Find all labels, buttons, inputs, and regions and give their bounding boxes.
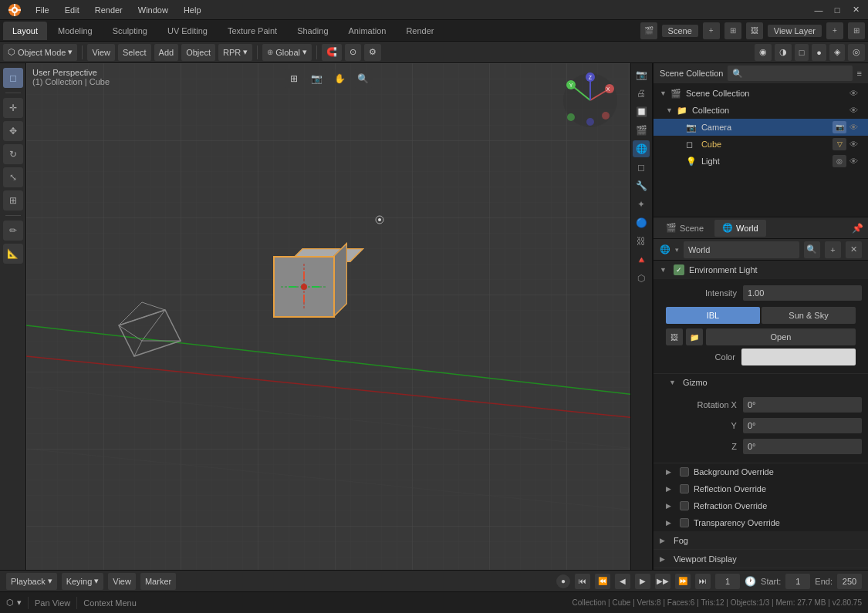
props-output-icon[interactable]: 🖨 [633, 85, 650, 102]
scene-new-btn[interactable]: + [703, 22, 720, 39]
props-data-icon[interactable]: 🔺 [633, 251, 650, 268]
props-material-icon[interactable]: ⬡ [633, 270, 650, 287]
menu-edit[interactable]: Edit [62, 4, 83, 16]
tab-sculpting[interactable]: Sculpting [103, 22, 157, 40]
refl-override-check[interactable] [680, 484, 689, 493]
intensity-value[interactable]: 1.00 [743, 285, 862, 301]
viewport-wire[interactable]: □ [795, 44, 809, 61]
tools-btn[interactable]: ⚙ [364, 44, 381, 61]
prev-keyframe-btn[interactable]: ⏪ [595, 574, 610, 589]
rotation-x-value[interactable]: 0° [743, 397, 862, 413]
start-frame[interactable]: 1 [785, 574, 810, 589]
tool-move[interactable]: ✥ [3, 121, 23, 141]
refr-override-check[interactable] [680, 501, 689, 510]
fog-section[interactable]: ▶ Fog [654, 531, 868, 550]
tool-select[interactable]: ◻ [3, 68, 23, 88]
jump-end-btn[interactable]: ⏭ [695, 574, 711, 589]
background-override-row[interactable]: ▶ Background Override [654, 463, 868, 480]
tab-scene[interactable]: 🎬 Scene [658, 220, 711, 237]
viewport-material[interactable]: ◈ [829, 44, 845, 61]
viewport-solid[interactable]: ● [812, 44, 826, 61]
camera-eye[interactable]: 👁 [849, 123, 862, 132]
outliner-light[interactable]: 💡 Light ◎ 👁 [654, 153, 868, 170]
props-object-icon[interactable]: ◻ [633, 159, 650, 176]
viewport-3d[interactable]: User Perspective (1) Collection | Cube ⊞… [26, 63, 630, 591]
props-world-icon[interactable]: 🌐 [633, 140, 650, 157]
outliner-cube[interactable]: ◻ Cube ▽ 👁 [654, 136, 868, 153]
rotation-y-value[interactable]: 0° [743, 418, 862, 433]
reflection-override-row[interactable]: ▶ Reflection Override [654, 480, 868, 497]
open-file-btn[interactable]: Open [706, 328, 856, 345]
blender-logo[interactable] [6, 2, 23, 19]
refraction-override-row[interactable]: ▶ Refraction Override [654, 497, 868, 514]
tool-annotate[interactable]: ✏ [3, 221, 23, 241]
next-keyframe-btn[interactable]: ⏩ [675, 574, 691, 589]
tab-texture-paint[interactable]: Texture Paint [218, 22, 286, 40]
env-light-header[interactable]: ▼ ✓ Environment Light [654, 261, 868, 279]
rpr-menu[interactable]: RPR ▾ [218, 44, 252, 61]
world-close-btn[interactable]: ✕ [846, 241, 862, 258]
tool-transform[interactable]: ⊞ [3, 190, 23, 211]
rotation-z-value[interactable]: 0° [743, 439, 862, 454]
maximize-btn[interactable]: □ [831, 4, 843, 16]
outliner-camera[interactable]: 📷 Camera 📷 👁 [654, 119, 868, 136]
tab-world[interactable]: 🌐 World [714, 220, 766, 237]
outliner-collection[interactable]: ▼ 📁 Collection 👁 [654, 102, 868, 119]
color-swatch[interactable] [741, 349, 856, 365]
open-icon-btn-1[interactable]: 🖼 [666, 328, 683, 345]
props-scene-icon[interactable]: 🎬 [633, 122, 650, 139]
tool-measure[interactable]: 📐 [3, 244, 23, 264]
outliner-search[interactable] [728, 66, 852, 81]
viewport-zoom-btn[interactable]: 🔍 [354, 69, 373, 88]
timeline-view-menu[interactable]: View [108, 573, 136, 590]
world-name-input[interactable] [684, 241, 799, 258]
transparency-override-row[interactable]: ▶ Transparency Override [654, 514, 868, 531]
tab-animation[interactable]: Animation [339, 22, 396, 40]
collection-eye[interactable]: 👁 [849, 106, 862, 115]
props-render-icon[interactable]: 📷 [633, 66, 650, 83]
tool-rotate[interactable]: ↻ [3, 144, 23, 164]
ibl-btn[interactable]: IBL [666, 307, 760, 324]
mode-selector[interactable]: ⬡ Object Mode ▾ [3, 44, 77, 61]
select-menu[interactable]: Select [118, 44, 151, 61]
tab-layout[interactable]: Layout [3, 22, 47, 40]
viewport-render[interactable]: ◎ [848, 44, 865, 61]
object-menu[interactable]: Object [181, 44, 215, 61]
viewport-display-section[interactable]: ▶ Viewport Display [654, 550, 868, 568]
view-menu[interactable]: View [87, 44, 115, 61]
end-frame[interactable]: 250 [837, 574, 862, 589]
trans-override-check[interactable] [680, 518, 689, 527]
scene-collection-eye[interactable]: 👁 [849, 89, 862, 98]
sun-sky-btn[interactable]: Sun & Sky [762, 307, 856, 324]
close-btn[interactable]: ✕ [849, 4, 862, 16]
jump-start-btn[interactable]: ⏮ [575, 574, 590, 589]
prev-frame-btn[interactable]: ◀ [615, 574, 630, 589]
menu-file[interactable]: File [32, 4, 52, 16]
tab-render[interactable]: Render [397, 22, 443, 40]
open-icon-btn-2[interactable]: 📁 [686, 328, 703, 345]
props-particles-icon[interactable]: ✦ [633, 196, 650, 213]
current-frame[interactable]: 1 [715, 574, 740, 589]
viewport-pan-btn[interactable]: ✋ [331, 69, 350, 88]
light-eye[interactable]: 👁 [849, 157, 862, 166]
transform-btn[interactable]: ⊕ Global ▾ [262, 44, 312, 61]
props-physics-icon[interactable]: 🔵 [633, 214, 650, 231]
props-constraints-icon[interactable]: ⛓ [633, 233, 650, 250]
world-new-btn[interactable]: + [825, 241, 841, 258]
menu-help[interactable]: Help [181, 4, 204, 16]
tool-cursor[interactable]: ✛ [3, 98, 23, 118]
props-scroll[interactable]: ▼ ✓ Environment Light Intensity 1.00 [654, 261, 868, 591]
viewport-grid-btn[interactable]: ⊞ [285, 69, 303, 88]
world-browse-btn[interactable]: 🔍 [804, 241, 820, 258]
minimize-btn[interactable]: — [812, 4, 825, 16]
env-light-check[interactable]: ✓ [674, 264, 684, 275]
viewlayer-menu-btn[interactable]: ⊞ [848, 22, 865, 39]
viewlayer-new-btn[interactable]: + [826, 22, 843, 39]
viewport-overlay[interactable]: ◉ [755, 44, 772, 61]
scene-icon-btn[interactable]: 🎬 [640, 22, 657, 39]
play-btn[interactable]: ▶ [635, 574, 650, 589]
viewlayer-icon[interactable]: 🖼 [746, 22, 763, 39]
snap-btn[interactable]: 🧲 [322, 44, 342, 61]
menu-render[interactable]: Render [92, 4, 126, 16]
props-modifier-icon[interactable]: 🔧 [633, 177, 650, 194]
